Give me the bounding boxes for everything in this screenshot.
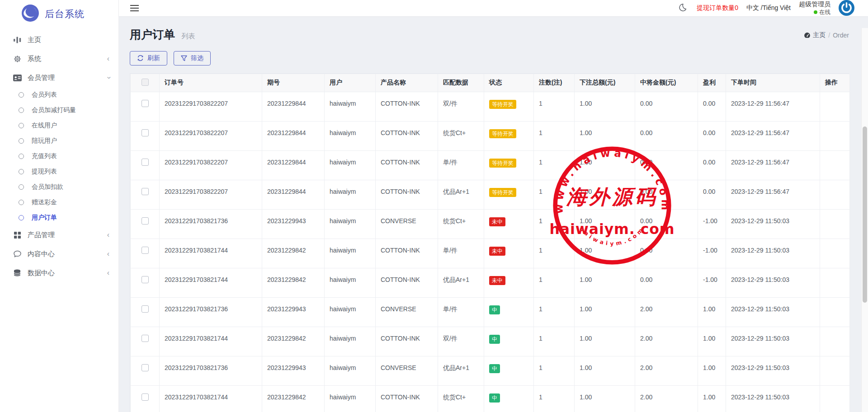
sidebar-item-label: 数据中心 — [28, 269, 55, 277]
cell-profit: -1.00 — [698, 268, 726, 297]
row-checkbox[interactable] — [142, 364, 149, 371]
filter-button[interactable]: 筛选 — [174, 51, 211, 66]
scrollbar-thumb[interactable] — [863, 126, 867, 303]
cell-match: 单/件 — [438, 239, 484, 268]
cell-period: 20231229943 — [262, 297, 325, 327]
menu-toggle-icon[interactable] — [130, 3, 139, 13]
refresh-icon — [137, 55, 144, 61]
row-checkbox[interactable] — [142, 129, 149, 136]
cell-op — [820, 297, 850, 327]
language-switcher[interactable]: 中文 /Tiếng Việt — [746, 4, 791, 12]
table-row: 20231229170382173620231229943haiwaiymCON… — [131, 356, 850, 385]
select-all-checkbox[interactable] — [142, 79, 149, 86]
refresh-button[interactable]: 刷新 — [130, 51, 167, 66]
dashboard-gauge-icon — [804, 32, 811, 38]
id-card-icon — [13, 75, 22, 81]
circle-icon — [17, 200, 26, 205]
cell-user: haiwaiym — [325, 92, 376, 121]
sidebar-item-会员加扣款[interactable]: 会员加扣款 — [0, 179, 118, 195]
sidebar-item-label: 陪玩用户 — [32, 137, 57, 145]
sidebar-item-系统[interactable]: 系统‹ — [0, 49, 118, 68]
circle-icon — [17, 92, 26, 98]
sidebar-item-主页[interactable]: 主页 — [0, 30, 118, 49]
sidebar-item-陪玩用户[interactable]: 陪玩用户 — [0, 133, 118, 149]
sidebar-item-会员列表[interactable]: 会员列表 — [0, 87, 118, 103]
sidebar: 后台系统 主页系统‹会员管理‹会员列表会员加减打码量在线用户陪玩用户充值列表提现… — [0, 0, 119, 412]
sidebar-item-充值列表[interactable]: 充值列表 — [0, 149, 118, 164]
column-header-8: 中将金额(元) — [635, 74, 698, 92]
cell-user: haiwaiym — [325, 297, 376, 327]
sidebar-item-产品管理[interactable]: 产品管理‹ — [0, 225, 118, 244]
cell-match: 双/件 — [438, 92, 484, 121]
cell-user: haiwaiym — [325, 239, 376, 268]
cell-status: 未中 — [484, 268, 534, 297]
sidebar-item-会员加减打码量[interactable]: 会员加减打码量 — [0, 103, 118, 118]
cell-op — [820, 150, 850, 180]
column-header-2: 用户 — [325, 74, 376, 92]
cell-order: 202312291703821736 — [160, 356, 262, 385]
cell-time: 2023-12-29 11:50:03 — [726, 385, 820, 412]
cell-status: 中 — [484, 385, 534, 412]
cell-total: 1.00 — [575, 268, 635, 297]
breadcrumb-home-link[interactable]: 主页 — [804, 31, 826, 39]
sidebar-item-在线用户[interactable]: 在线用户 — [0, 118, 118, 133]
database-icon — [13, 269, 22, 276]
admin-role-label: 超级管理员 — [799, 0, 830, 9]
cell-order: 202312291703822207 — [160, 92, 262, 121]
sidebar-item-会员管理[interactable]: 会员管理‹ — [0, 68, 118, 87]
row-checkbox-cell — [131, 150, 160, 180]
sidebar-item-赠送彩金[interactable]: 赠送彩金 — [0, 195, 118, 210]
cell-match: 统货Ct+ — [438, 385, 484, 412]
sidebar-item-数据中心[interactable]: 数据中心‹ — [0, 263, 118, 282]
sidebar-item-用户订单[interactable]: 用户订单 — [0, 210, 118, 225]
sidebar-item-label: 内容中心 — [28, 250, 55, 258]
circle-icon — [17, 108, 26, 113]
row-checkbox[interactable] — [142, 335, 149, 342]
cell-time: 2023-12-29 11:56:47 — [726, 121, 820, 150]
cell-bets: 1 — [534, 180, 575, 209]
cell-match: 统货Ct+ — [438, 121, 484, 150]
row-checkbox[interactable] — [142, 305, 149, 313]
column-header-4: 匹配数据 — [438, 74, 484, 92]
table-row: 20231229170382174420231229842haiwaiymCOT… — [131, 385, 850, 412]
cell-profit: 1.00 — [698, 297, 726, 327]
cell-bets: 1 — [534, 327, 575, 356]
circle-icon — [17, 184, 26, 190]
chevron-down-icon: ‹ — [104, 76, 112, 79]
cell-profit: 1.00 — [698, 385, 726, 412]
row-checkbox[interactable] — [142, 217, 149, 225]
circle-icon — [17, 169, 26, 174]
withdraw-order-count-link[interactable]: 提现订单数量0 — [697, 4, 738, 12]
cell-op — [820, 385, 850, 412]
status-badge-waiting: 等待开奖 — [489, 129, 516, 138]
cell-total: 1.00 — [575, 239, 635, 268]
theme-toggle-moon-icon[interactable] — [679, 2, 689, 14]
cell-op — [820, 121, 850, 150]
status-badge-lose: 未中 — [489, 247, 505, 256]
cell-status: 未中 — [484, 209, 534, 239]
cell-win: 0.00 — [635, 150, 698, 180]
page-title-group: 用户订单 列表 — [130, 27, 195, 42]
sidebar-item-内容中心[interactable]: 内容中心‹ — [0, 244, 118, 263]
status-badge-waiting: 等待开奖 — [489, 159, 516, 168]
row-checkbox[interactable] — [142, 159, 149, 166]
sidebar-item-label: 会员列表 — [32, 91, 57, 99]
row-checkbox[interactable] — [142, 100, 149, 107]
row-checkbox[interactable] — [142, 188, 149, 195]
sidebar-item-提现列表[interactable]: 提现列表 — [0, 164, 118, 179]
cell-profit: 0.00 — [698, 121, 726, 150]
row-checkbox[interactable] — [142, 393, 149, 401]
cell-time: 2023-12-29 11:50:03 — [726, 356, 820, 385]
row-checkbox-cell — [131, 92, 160, 121]
cell-user: haiwaiym — [325, 356, 376, 385]
orders-table-card: 订单号期号用户产品名称匹配数据状态注数(注)下注总额(元)中将金额(元)盈利下单… — [130, 73, 849, 412]
row-checkbox-cell — [131, 327, 160, 356]
cell-user: haiwaiym — [325, 209, 376, 239]
refresh-button-label: 刷新 — [147, 54, 160, 62]
avatar[interactable] — [839, 0, 854, 16]
cell-product: CONVERSE — [376, 297, 438, 327]
row-checkbox[interactable] — [142, 276, 149, 283]
cell-win: 0.00 — [635, 209, 698, 239]
row-checkbox[interactable] — [142, 247, 149, 254]
cell-profit: 0.00 — [698, 180, 726, 209]
